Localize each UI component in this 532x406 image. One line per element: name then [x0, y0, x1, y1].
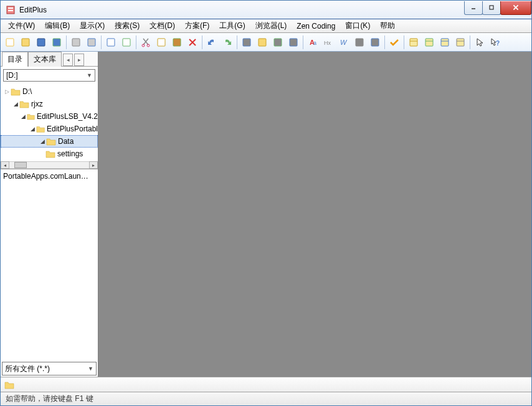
save-button[interactable] — [34, 35, 49, 50]
file-filter[interactable]: 所有文件 (*.*) — [2, 362, 97, 375]
replace-button[interactable] — [270, 35, 285, 50]
open-file-button[interactable] — [18, 35, 33, 50]
svg-rect-28 — [371, 39, 379, 46]
status-text: 如需帮助，请按键盘 F1 键 — [6, 394, 93, 404]
minimize-button[interactable] — [464, 1, 483, 15]
file-list[interactable]: PortableApps.comLaun… — [1, 169, 98, 361]
window-type4-button[interactable] — [453, 35, 468, 50]
window-type2-button[interactable] — [422, 35, 437, 50]
file-list-item[interactable]: PortableApps.comLaun… — [3, 172, 88, 181]
redo-button[interactable] — [220, 35, 235, 50]
titlebar[interactable]: EditPlus — [1, 1, 531, 19]
linenum-button[interactable] — [368, 35, 382, 50]
document-tabstrip[interactable] — [1, 377, 531, 392]
wordwrap-icon: W — [339, 37, 349, 47]
undo-button[interactable] — [204, 35, 219, 50]
menu-编辑b[interactable]: 编辑(B) — [40, 19, 75, 32]
scroll-left-button[interactable]: ◂ — [1, 161, 9, 169]
menu-方案f[interactable]: 方案(F) — [180, 19, 214, 32]
menu-zen coding[interactable]: Zen Coding — [292, 21, 340, 32]
tree-label: EditPlusPortabl — [47, 125, 98, 133]
editor-area — [98, 52, 531, 377]
tree-row[interactable]: ◢rjxz — [1, 98, 98, 110]
window-type1-button[interactable] — [406, 35, 421, 50]
sidebar-tab-next[interactable]: ▸ — [74, 54, 84, 66]
new-file-button[interactable] — [2, 35, 17, 50]
browser-edit-button[interactable] — [119, 35, 134, 50]
svg-rect-29 — [410, 39, 417, 46]
maximize-button[interactable] — [482, 1, 501, 15]
replace-icon — [273, 37, 283, 47]
svg-rect-4 — [490, 6, 493, 9]
app-window: EditPlus 文件(W)编辑(B)显示(X)搜索(S)文档(D)方案(F)工… — [0, 0, 532, 406]
check-icon — [389, 37, 399, 47]
tree-row[interactable]: ◢EditPlusPortabl — [1, 123, 98, 135]
sidebar: 目录 文本库 ◂ ▸ [D:] ▷D:\◢rjxz◢EditPlusLSB_V4… — [1, 52, 98, 377]
window-type2-icon — [424, 37, 434, 47]
svg-rect-27 — [356, 39, 363, 46]
svg-rect-35 — [457, 39, 464, 46]
pointer-button[interactable] — [472, 35, 487, 50]
find-button[interactable] — [239, 35, 254, 50]
menu-搜索s[interactable]: 搜索(S) — [110, 19, 145, 32]
wordwrap-button[interactable]: W — [336, 35, 351, 50]
svg-rect-7 — [6, 39, 14, 46]
menu-文件w[interactable]: 文件(W) — [3, 19, 40, 32]
tree-hscroll[interactable]: ◂ ▸ — [1, 161, 98, 169]
svg-text:Hx: Hx — [324, 40, 331, 46]
menu-浏览器l[interactable]: 浏览器(L) — [250, 19, 292, 32]
menu-窗口k[interactable]: 窗口(K) — [340, 19, 375, 32]
window-type3-button[interactable] — [437, 35, 452, 50]
check-button[interactable] — [387, 35, 402, 50]
invisible-button[interactable] — [352, 35, 367, 50]
svg-text:a: a — [313, 40, 316, 46]
close-button[interactable] — [500, 1, 531, 15]
sidebar-tab-cliptext[interactable]: 文本库 — [28, 52, 62, 67]
help-context-button[interactable]: ? — [488, 35, 503, 50]
tree-row[interactable]: ◢Data — [1, 135, 98, 148]
sidebar-tab-directory[interactable]: 目录 — [2, 52, 28, 67]
svg-rect-17 — [158, 39, 165, 46]
browser-launch-button[interactable] — [103, 35, 118, 50]
cut-button[interactable] — [138, 35, 153, 50]
tree-label: Data — [58, 137, 74, 146]
sidebar-tab-prev[interactable]: ◂ — [63, 54, 73, 66]
folder-tree[interactable]: ▷D:\◢rjxz◢EditPlusLSB_V4.2◢EditPlusPorta… — [1, 84, 98, 161]
hex-button[interactable]: Hx — [321, 35, 336, 50]
scroll-thumb[interactable] — [14, 162, 27, 168]
save-all-button[interactable] — [49, 35, 64, 50]
browser-edit-icon — [121, 37, 131, 47]
svg-text:W: W — [340, 39, 348, 46]
print-preview-icon — [87, 37, 97, 47]
drive-select[interactable]: [D:] — [3, 69, 95, 82]
toolbar-separator — [136, 35, 136, 49]
help-context-icon: ? — [490, 37, 500, 47]
tree-row[interactable]: ◢EditPlusLSB_V4.2 — [1, 110, 98, 123]
font-button[interactable]: Aa — [305, 35, 320, 50]
menu-帮助[interactable]: 帮助 — [375, 19, 400, 32]
delete-button[interactable] — [185, 35, 200, 50]
menu-文档d[interactable]: 文档(D) — [145, 19, 180, 32]
find-highlight-button[interactable] — [255, 35, 270, 50]
scroll-right-button[interactable]: ▸ — [89, 161, 98, 169]
menu-工具g[interactable]: 工具(G) — [214, 19, 250, 32]
copy-button[interactable] — [154, 35, 169, 50]
redo-icon — [222, 37, 232, 47]
paste-button[interactable] — [169, 35, 184, 50]
svg-rect-8 — [22, 39, 29, 46]
window-type3-icon — [440, 37, 450, 47]
toolbar-separator — [384, 35, 385, 49]
sidebar-tabs: 目录 文本库 ◂ ▸ — [1, 52, 98, 67]
menu-显示x[interactable]: 显示(X) — [75, 19, 110, 32]
print-button[interactable] — [69, 35, 83, 50]
tree-row[interactable]: settings — [1, 148, 98, 160]
tree-row[interactable]: ▷D:\ — [1, 85, 98, 98]
window-type1-icon — [409, 37, 419, 47]
workarea: 目录 文本库 ◂ ▸ [D:] ▷D:\◢rjxz◢EditPlusLSB_V4… — [1, 52, 531, 377]
goto-button[interactable] — [286, 35, 301, 50]
drive-select-value: [D:] — [6, 71, 18, 80]
print-icon — [71, 37, 81, 47]
menubar: 文件(W)编辑(B)显示(X)搜索(S)文档(D)方案(F)工具(G)浏览器(L… — [1, 19, 531, 33]
print-preview-button[interactable] — [84, 35, 99, 50]
tree-label: settings — [57, 149, 83, 158]
